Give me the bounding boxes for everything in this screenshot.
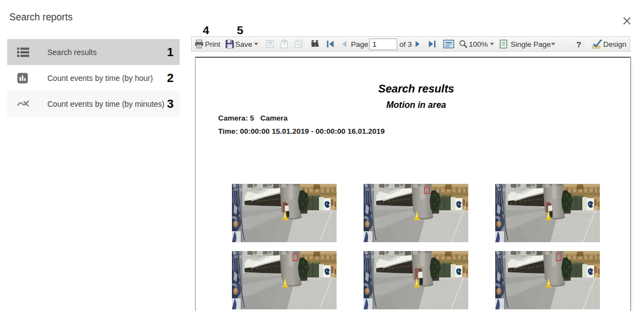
- svg-text:?: ?: [283, 42, 285, 47]
